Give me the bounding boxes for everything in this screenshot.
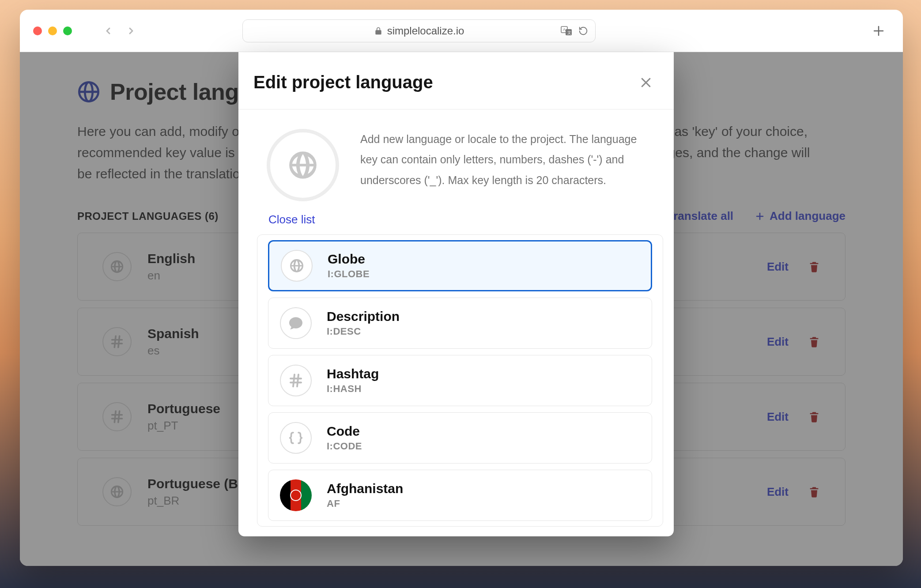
url-bar[interactable]: simplelocalize.io A文 <box>242 19 596 42</box>
icon-option[interactable]: CodeI:CODE <box>268 412 652 464</box>
flag-af-icon <box>280 479 312 511</box>
edit-language-modal: Edit project language Add new language o… <box>238 52 674 536</box>
modal-intro-text: Add new language or locale to the projec… <box>360 129 653 190</box>
translate-icon[interactable]: A文 <box>561 26 572 36</box>
code-icon <box>280 422 312 454</box>
forward-button[interactable] <box>126 26 136 36</box>
close-list-link[interactable]: Close list <box>267 213 653 226</box>
lock-icon <box>374 26 383 35</box>
browser-window: simplelocalize.io A文 Project languages <box>20 10 903 566</box>
icon-options-list: GlobeI:GLOBEDescriptionI:DESCHashtagI:HA… <box>257 234 663 527</box>
window-controls <box>33 26 72 35</box>
option-name: Afghanistan <box>327 481 403 496</box>
icon-option[interactable]: GlobeI:GLOBE <box>268 240 652 291</box>
browser-titlebar: simplelocalize.io A文 <box>20 10 903 52</box>
modal-close-button[interactable] <box>639 76 653 89</box>
hash-icon <box>280 365 312 396</box>
icon-option[interactable]: AfghanistanAF <box>268 470 652 521</box>
svg-line-24 <box>297 375 298 387</box>
url-host: simplelocalize.io <box>387 25 464 37</box>
globe-icon <box>281 250 313 282</box>
globe-icon <box>267 129 339 201</box>
option-key: I:HASH <box>327 383 379 395</box>
minimize-window-button[interactable] <box>48 26 57 35</box>
icon-option[interactable]: DescriptionI:DESC <box>268 298 652 349</box>
option-key: AF <box>327 498 403 509</box>
back-button[interactable] <box>103 26 113 36</box>
svg-line-23 <box>293 375 294 387</box>
reload-icon[interactable] <box>578 26 588 36</box>
option-name: Description <box>327 309 400 324</box>
close-window-button[interactable] <box>33 26 42 35</box>
option-key: I:DESC <box>327 326 400 337</box>
option-name: Code <box>327 424 362 439</box>
option-name: Hashtag <box>327 366 379 381</box>
nav-buttons <box>103 26 136 36</box>
svg-text:文: 文 <box>567 30 571 35</box>
maximize-window-button[interactable] <box>63 26 72 35</box>
new-tab-button[interactable] <box>868 24 890 38</box>
option-key: I:CODE <box>327 441 362 452</box>
option-name: Globe <box>328 252 370 267</box>
content-area: Project languages Here you can add, modi… <box>20 52 903 566</box>
modal-title: Edit project language <box>253 72 433 92</box>
icon-option[interactable]: HashtagI:HASH <box>268 355 652 406</box>
option-key: I:GLOBE <box>328 268 370 280</box>
comment-icon <box>280 307 312 339</box>
svg-text:A: A <box>563 27 566 32</box>
